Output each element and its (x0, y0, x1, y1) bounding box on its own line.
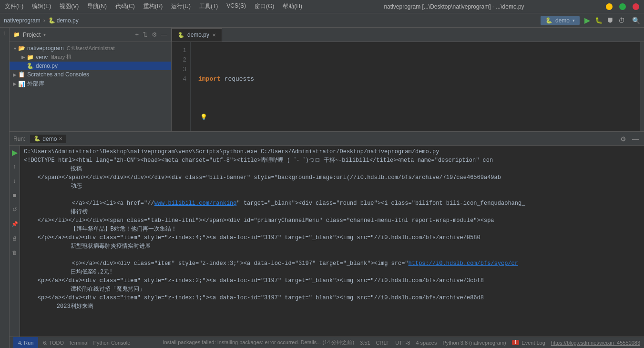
menu-code[interactable]: 代码(C) (115, 2, 135, 11)
run-rerun-icon[interactable]: ↺ (10, 205, 20, 214)
folder-icon-venv: 📁 (27, 54, 34, 61)
status-tab-run[interactable]: 4: Run (13, 337, 38, 348)
code-editor[interactable]: 1 2 3 4 import requests (172, 42, 644, 131)
run-config-button[interactable]: 🐍 demo ▾ (541, 16, 580, 25)
keyword-import: import (198, 74, 221, 84)
code-line-1: import requests (198, 74, 640, 84)
menu-run[interactable]: 运行(U) (171, 2, 191, 11)
run-output-line-0: C:\Users\Administrator\Desktop\nativepro… (24, 148, 640, 156)
sidebar-settings-icon[interactable]: ⚙ (152, 31, 157, 38)
line-num-4: 4 (172, 74, 186, 84)
status-tab-python-console[interactable]: Python Console (93, 340, 131, 346)
app-window: 文件(F) 编辑(E) 视图(V) 导航(N) 代码(C) 重构(R) 运行(U… (0, 0, 644, 348)
menu-navigate[interactable]: 导航(N) (87, 2, 107, 11)
run-output-line-9: </p></a><div><div class="item" style="z-… (24, 233, 640, 242)
tree-item-demopy[interactable]: ▶ 🐍 demo.py (10, 62, 171, 70)
status-tab-todo[interactable]: 6: TODO (43, 340, 64, 346)
sidebar-dropdown-icon[interactable]: ▾ (43, 32, 46, 37)
menu-help[interactable]: 帮助(H) (283, 2, 302, 11)
menu-vcs[interactable]: VCS(S) (226, 2, 246, 11)
status-event-log-area[interactable]: 1 Event Log (512, 340, 545, 346)
run-pin-icon[interactable]: 📌 (10, 219, 20, 229)
menu-file[interactable]: 文件(F) (5, 2, 23, 11)
run-output-line-10: 新型冠状病毒肺炎疫情实时进展 (43, 242, 640, 251)
menu-window[interactable]: 窗口(G) (255, 2, 274, 11)
code-content[interactable]: import requests 💡 response = requests.ge… (191, 42, 640, 131)
run-output-bilibili-link[interactable]: www.bilibili.com/ranking (154, 200, 237, 207)
tree-label-venv-suffix: library 根 (51, 53, 72, 61)
run-output-line-4: 动态 (43, 182, 640, 190)
upper-section: 📁 Project ▾ + ⇅ ⚙ — (10, 28, 644, 131)
tab-close-demopy[interactable]: ✕ (212, 32, 216, 38)
run-panel-close-icon[interactable]: — (631, 134, 640, 144)
status-crlf[interactable]: CRLF (376, 340, 390, 346)
debug-button[interactable]: 🐛 (595, 17, 603, 24)
menu-view[interactable]: 视图(V) (60, 2, 79, 11)
menu-refactor[interactable]: 重构(R) (143, 2, 163, 11)
window-title: nativeprogram [...\Desktop\nativeprogram… (384, 3, 524, 10)
menu-edit[interactable]: 编辑(E) (32, 2, 51, 11)
maximize-button[interactable] (619, 3, 626, 10)
sidebar-actions: + ⇅ ⚙ — (135, 31, 167, 38)
run-output-line-7: </a></li></ul></div><span class="tab-lin… (24, 216, 640, 225)
minimize-button[interactable] (606, 3, 613, 10)
profile-button[interactable]: ⏱ (618, 17, 625, 24)
menu-tools[interactable]: 工具(T) (199, 2, 218, 11)
status-event-log[interactable]: Event Log (521, 340, 545, 346)
sidebar-hide-icon[interactable]: — (161, 31, 167, 38)
run-panel-toolbar: Run: 🐍 demo ✕ ⚙ — (10, 132, 644, 146)
tree-item-scratches[interactable]: ▶ 📋 Scratches and Consoles (10, 70, 171, 79)
breadcrumb-file[interactable]: demo.py (57, 17, 79, 24)
code-requests: requests (221, 74, 254, 84)
run-play-icon[interactable]: ▶ (10, 148, 20, 157)
run-label: Run: (13, 136, 25, 142)
sidebar-add-icon[interactable]: + (135, 31, 139, 38)
status-spaces[interactable]: 4 spaces (416, 340, 437, 346)
main-toolbar: nativeprogram › 🐍 demo.py 🐍 demo ▾ ▶ 🐛 ⛊… (0, 13, 644, 28)
status-tab-terminal[interactable]: Terminal (69, 340, 89, 346)
run-clear-icon[interactable]: 🗑 (10, 248, 20, 257)
menu-bar: 文件(F) 编辑(E) 视图(V) 导航(N) 代码(C) 重构(R) 运行(U… (5, 2, 302, 11)
run-scroll-up-icon[interactable]: ↑ (10, 162, 20, 171)
code-line-2: 💡 (198, 113, 640, 122)
breadcrumb-sep: › (43, 17, 45, 24)
status-error-badge: 1 (512, 340, 520, 345)
run-output-line-11: <p></a></div><div class="item" style="z-… (24, 251, 640, 268)
run-settings-icon[interactable]: ⚙ (618, 134, 628, 144)
run-output-line-14: 谭松韵在线过招「魔鬼拷问」 (43, 285, 640, 294)
editor-tab-demopy[interactable]: 🐍 demo.py ✕ (172, 28, 222, 42)
lightbulb-icon[interactable]: 💡 (200, 113, 207, 122)
run-output-hdslb-link[interactable]: https://i0.hdslb.com/bfs/sycp/cr (409, 260, 518, 267)
line-numbers: 1 2 3 4 (172, 42, 191, 131)
run-config-icon: 🐍 (545, 17, 552, 24)
status-encoding[interactable]: UTF-8 (395, 340, 410, 346)
status-bar: 4: Run 6: TODO Terminal Python Console I… (10, 337, 644, 348)
run-tab-close[interactable]: ✕ (59, 136, 62, 141)
sidebar-sort-icon[interactable]: ⇅ (143, 31, 148, 38)
status-python-version[interactable]: Python 3.8 (nativeprogram) (442, 340, 506, 346)
status-blog-link[interactable]: https://blog.csdn.net/weixin_45551083 (551, 340, 640, 346)
activity-project[interactable]: 1 (1, 30, 9, 37)
run-print-icon[interactable]: 🖨 (10, 233, 20, 243)
tree-item-root[interactable]: ▾ 📂 nativeprogram C:\Users\Administrat (10, 44, 171, 53)
search-button[interactable]: 🔍 (632, 17, 640, 24)
scratches-icon: 📋 (18, 71, 25, 78)
close-button[interactable] (633, 3, 639, 10)
breadcrumb-project[interactable]: nativeprogram (4, 17, 41, 24)
tree-label-demopy: demo.py (36, 63, 58, 69)
run-tab-icon: 🐍 (34, 136, 41, 142)
tree-label-root-path: C:\Users\Administrat (67, 45, 115, 51)
run-tab-demo[interactable]: 🐍 demo ✕ (30, 135, 66, 143)
sidebar-title-label: Project (23, 32, 41, 38)
folder-open-icon: 📂 (18, 45, 25, 52)
run-scroll-down-icon[interactable]: ↓ (10, 176, 20, 186)
coverage-button[interactable]: ⛊ (606, 17, 614, 24)
tree-label-scratches: Scratches and Consoles (27, 71, 89, 78)
run-button[interactable]: ▶ (583, 17, 591, 24)
tree-item-venv[interactable]: ▶ 📁 venv library 根 (10, 53, 171, 62)
tree-item-extlibs[interactable]: ▶ 📊 外部库 (10, 79, 171, 89)
window-controls (606, 3, 639, 10)
editor-scroll-track[interactable] (640, 42, 644, 131)
run-stop-icon[interactable]: ■ (10, 190, 20, 200)
status-time[interactable]: 3:51 (360, 340, 370, 346)
